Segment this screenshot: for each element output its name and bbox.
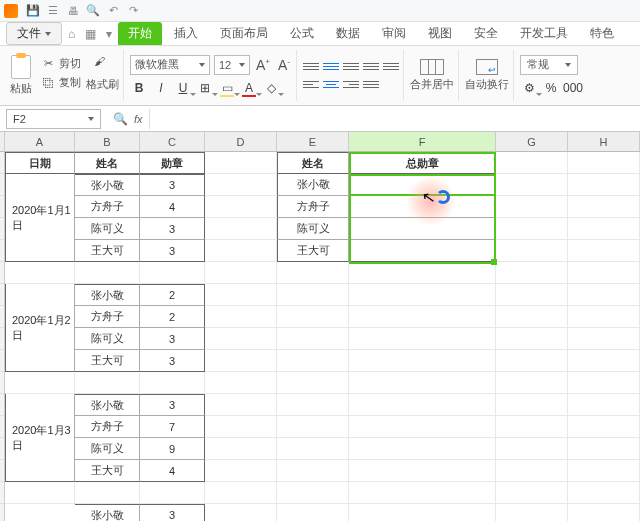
cell[interactable]: 陈可义 [75, 218, 140, 240]
justify-button[interactable] [363, 78, 379, 92]
row-header[interactable] [0, 350, 4, 372]
cell[interactable]: 王大可 [75, 460, 140, 482]
cell[interactable] [349, 438, 496, 460]
row-header[interactable] [0, 196, 4, 218]
tab-view[interactable]: 视图 [418, 22, 462, 45]
cell[interactable]: 方舟子 [277, 196, 349, 218]
cell[interactable]: 4 [140, 460, 205, 482]
cell[interactable] [568, 174, 640, 196]
cell[interactable] [568, 394, 640, 416]
cell[interactable] [277, 460, 349, 482]
cell[interactable] [277, 284, 349, 306]
cell[interactable] [496, 174, 568, 196]
cell[interactable]: 陈可义 [75, 438, 140, 460]
align-bottom-button[interactable] [343, 60, 359, 74]
number-format-select[interactable]: 常规 [520, 55, 578, 75]
indent-dec-button[interactable] [363, 60, 379, 74]
cell[interactable]: 9 [140, 438, 205, 460]
cell[interactable]: 日期 [5, 152, 75, 174]
zoom-icon[interactable]: 🔍 [113, 112, 128, 126]
preview-icon[interactable]: 🔍 [86, 4, 100, 18]
cell[interactable] [496, 372, 568, 394]
cell[interactable] [349, 284, 496, 306]
row-header[interactable] [0, 504, 4, 521]
cell[interactable]: 姓名 [277, 152, 349, 174]
cell[interactable] [349, 174, 496, 196]
align-middle-button[interactable] [323, 60, 339, 74]
clear-format-button[interactable]: ◇ [262, 79, 280, 97]
cell[interactable] [349, 394, 496, 416]
cut-button[interactable]: ✂ 剪切 [38, 55, 84, 72]
cell[interactable] [568, 328, 640, 350]
comma-button[interactable]: 000 [564, 79, 582, 97]
cell[interactable] [496, 262, 568, 284]
align-left-button[interactable] [303, 78, 319, 92]
copy-button[interactable]: ⿻ 复制 [38, 74, 84, 91]
cell[interactable] [568, 372, 640, 394]
tab-icon[interactable]: ▾ [102, 27, 116, 41]
cell[interactable] [496, 240, 568, 262]
cell[interactable] [205, 328, 277, 350]
cell[interactable] [349, 306, 496, 328]
cell[interactable] [568, 240, 640, 262]
cell[interactable]: 张小敬 [75, 174, 140, 196]
col-header[interactable]: C [140, 132, 205, 151]
currency-button[interactable]: ⚙ [520, 79, 538, 97]
tab-special[interactable]: 特色 [580, 22, 624, 45]
cell[interactable] [205, 394, 277, 416]
italic-button[interactable]: I [152, 79, 170, 97]
cell[interactable]: 3 [140, 240, 205, 262]
cell[interactable]: 陈可义 [75, 328, 140, 350]
cell[interactable] [349, 460, 496, 482]
cell[interactable] [349, 218, 496, 240]
redo-icon[interactable]: ↷ [126, 4, 140, 18]
cell[interactable] [205, 504, 277, 521]
row-header[interactable] [0, 240, 4, 262]
cell[interactable] [277, 328, 349, 350]
formula-input[interactable] [149, 109, 636, 129]
row-header[interactable] [0, 460, 4, 482]
save-icon[interactable]: 💾 [26, 4, 40, 18]
row-header[interactable] [0, 416, 4, 438]
row-header[interactable] [0, 218, 4, 240]
cell[interactable] [277, 438, 349, 460]
cell[interactable] [568, 306, 640, 328]
qa-icon[interactable]: ☰ [46, 4, 60, 18]
cell[interactable]: 张小敬 [75, 394, 140, 416]
cell[interactable] [496, 416, 568, 438]
fx-icon[interactable]: fx [134, 113, 143, 125]
font-color-button[interactable]: A [240, 79, 258, 97]
cell[interactable]: 2 [140, 306, 205, 328]
cell[interactable] [349, 416, 496, 438]
col-header[interactable]: B [75, 132, 140, 151]
cell[interactable] [568, 438, 640, 460]
underline-button[interactable]: U [174, 79, 192, 97]
cell[interactable] [496, 504, 568, 521]
cell[interactable] [205, 372, 277, 394]
row-header[interactable] [0, 328, 4, 350]
tab-formula[interactable]: 公式 [280, 22, 324, 45]
cell[interactable] [5, 262, 75, 284]
cell[interactable]: 2 [140, 284, 205, 306]
row-header[interactable] [0, 306, 4, 328]
cell[interactable]: 3 [140, 350, 205, 372]
row-header[interactable] [0, 438, 4, 460]
cell[interactable] [205, 460, 277, 482]
cell[interactable] [349, 372, 496, 394]
cell[interactable]: 3 [140, 504, 205, 521]
col-header[interactable]: F [349, 132, 496, 151]
cell[interactable]: 7 [140, 416, 205, 438]
cell[interactable]: 方舟子 [75, 196, 140, 218]
percent-button[interactable]: % [542, 79, 560, 97]
cell[interactable] [205, 416, 277, 438]
cell[interactable] [496, 460, 568, 482]
cell[interactable]: 王大可 [75, 350, 140, 372]
cell[interactable] [205, 262, 277, 284]
merged-date-cell[interactable]: 2020年1月2日 [5, 284, 75, 372]
decrease-font-button[interactable]: A- [276, 57, 292, 73]
col-header[interactable]: E [277, 132, 349, 151]
cell[interactable] [349, 504, 496, 521]
cell[interactable] [205, 482, 277, 504]
merged-date-cell[interactable]: 2020年1月3日 [5, 394, 75, 482]
col-header[interactable]: A [5, 132, 75, 151]
